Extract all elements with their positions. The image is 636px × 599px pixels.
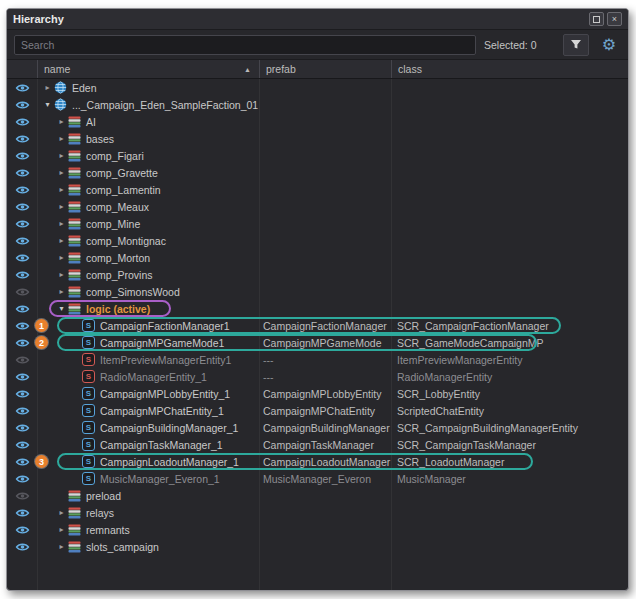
- tree-row[interactable]: ▸ relays: [7, 504, 628, 521]
- tree-row[interactable]: ▸ comp_Lamentin: [7, 181, 628, 198]
- collapse-arrow-icon[interactable]: ▾: [41, 100, 54, 109]
- tree-row[interactable]: SMusicManager_Everon_1MusicManager_Evero…: [7, 470, 628, 487]
- tree-row[interactable]: ▸ comp_Meaux: [7, 198, 628, 215]
- visibility-toggle[interactable]: [7, 168, 37, 178]
- expand-arrow-icon[interactable]: ▸: [55, 134, 68, 143]
- tree-row[interactable]: SCampaignFactionManager1CampaignFactionM…: [7, 317, 628, 334]
- entity-name-label: MusicManager_Everon_1: [98, 473, 220, 485]
- entity-name-label: Eden: [70, 82, 97, 94]
- tree-row[interactable]: SCampaignLoadoutManager_1CampaignLoadout…: [7, 453, 628, 470]
- entity-icon-wrap: S: [82, 353, 98, 366]
- expand-arrow-icon[interactable]: ▸: [55, 117, 68, 126]
- column-header-prefab[interactable]: prefab: [260, 60, 392, 78]
- visibility-toggle[interactable]: [7, 321, 37, 331]
- eye-open-icon: [15, 185, 30, 195]
- tree-row[interactable]: SCampaignBuildingManager_1CampaignBuildi…: [7, 419, 628, 436]
- tree-row[interactable]: SCampaignMPGameMode1CampaignMPGameModeSC…: [7, 334, 628, 351]
- visibility-toggle[interactable]: [7, 440, 37, 450]
- visibility-toggle[interactable]: [7, 474, 37, 484]
- eye-open-icon: [15, 372, 30, 382]
- name-cell: ▸ comp_Lamentin: [37, 184, 259, 196]
- visibility-toggle[interactable]: [7, 542, 37, 552]
- visibility-toggle[interactable]: [7, 372, 37, 382]
- visibility-toggle[interactable]: [7, 219, 37, 229]
- tree-row[interactable]: ▸ AI: [7, 113, 628, 130]
- visibility-toggle[interactable]: [7, 236, 37, 246]
- visibility-toggle[interactable]: [7, 83, 37, 93]
- expand-arrow-icon[interactable]: ▸: [55, 219, 68, 228]
- tree-row[interactable]: ▸ comp_Gravette: [7, 164, 628, 181]
- visibility-toggle[interactable]: [7, 338, 37, 348]
- expand-arrow-icon[interactable]: ▸: [55, 270, 68, 279]
- settings-button[interactable]: ⚙: [597, 35, 621, 55]
- tree-row[interactable]: ▾ logic (active): [7, 300, 628, 317]
- column-header-name[interactable]: name ▲: [38, 60, 260, 78]
- tree-row[interactable]: SCampaignTaskManager_1CampaignTaskManage…: [7, 436, 628, 453]
- visibility-toggle[interactable]: [7, 270, 37, 280]
- entity-icon-wrap: [68, 218, 84, 230]
- collapse-arrow-icon[interactable]: ▾: [55, 304, 68, 313]
- tree-row[interactable]: preload: [7, 487, 628, 504]
- expand-arrow-icon[interactable]: ▸: [41, 83, 54, 92]
- expand-arrow-icon[interactable]: ▸: [55, 236, 68, 245]
- tree-row[interactable]: ▸ comp_Mine: [7, 215, 628, 232]
- expand-arrow-icon[interactable]: ▸: [55, 185, 68, 194]
- visibility-toggle[interactable]: [7, 304, 37, 314]
- tree-row[interactable]: ▸ bases: [7, 130, 628, 147]
- column-header-class[interactable]: class: [392, 60, 628, 78]
- visibility-toggle[interactable]: [7, 457, 37, 467]
- visibility-toggle[interactable]: [7, 100, 37, 110]
- entity-icon-wrap: [68, 133, 84, 145]
- layer-icon: [68, 167, 81, 179]
- name-cell: ▸ AI: [37, 116, 259, 128]
- visibility-toggle[interactable]: [7, 185, 37, 195]
- tree-row[interactable]: SRadioManagerEntity_1---RadioManagerEnti…: [7, 368, 628, 385]
- visibility-toggle[interactable]: [7, 253, 37, 263]
- tree-row[interactable]: ▸ comp_Montignac: [7, 232, 628, 249]
- tree-row[interactable]: ▸ comp_Provins: [7, 266, 628, 283]
- visibility-toggle[interactable]: [7, 117, 37, 127]
- tree-row[interactable]: ▾ ..._Campaign_Eden_SampleFaction_01: [7, 96, 628, 113]
- tree-row[interactable]: ▸ Eden: [7, 79, 628, 96]
- float-button[interactable]: [589, 12, 604, 26]
- tree-row[interactable]: SItemPreviewManagerEntity1---ItemPreview…: [7, 351, 628, 368]
- search-input[interactable]: [14, 35, 476, 55]
- tree-row[interactable]: SCampaignMPLobbyEntity_1CampaignMPLobbyE…: [7, 385, 628, 402]
- visibility-toggle[interactable]: [7, 287, 37, 297]
- entity-name-label: comp_Gravette: [84, 167, 158, 179]
- tree-row[interactable]: ▸ comp_SimonsWood: [7, 283, 628, 300]
- close-icon: ×: [612, 15, 617, 24]
- tree-row[interactable]: ▸ comp_Figari: [7, 147, 628, 164]
- expand-arrow-icon[interactable]: ▸: [55, 525, 68, 534]
- visibility-toggle[interactable]: [7, 525, 37, 535]
- script-entity-icon: S: [82, 438, 95, 451]
- visibility-toggle[interactable]: [7, 389, 37, 399]
- class-cell: SCR_LoadoutManager: [391, 456, 628, 468]
- visibility-toggle[interactable]: [7, 355, 37, 365]
- tree-row[interactable]: SCampaignMPChatEntity_1CampaignMPChatEnt…: [7, 402, 628, 419]
- visibility-toggle[interactable]: [7, 202, 37, 212]
- name-cell: ▸ comp_Meaux: [37, 201, 259, 213]
- expand-arrow-icon[interactable]: ▸: [55, 202, 68, 211]
- visibility-toggle[interactable]: [7, 406, 37, 416]
- tree-row[interactable]: ▸ slots_campaign: [7, 538, 628, 555]
- class-cell: MusicManager: [391, 473, 628, 485]
- tree-row[interactable]: ▸ comp_Morton: [7, 249, 628, 266]
- expand-arrow-icon[interactable]: ▸: [55, 542, 68, 551]
- name-cell: SItemPreviewManagerEntity1: [37, 353, 259, 366]
- visibility-toggle[interactable]: [7, 508, 37, 518]
- close-button[interactable]: ×: [607, 12, 622, 26]
- visibility-toggle[interactable]: [7, 134, 37, 144]
- filter-button[interactable]: [563, 34, 589, 56]
- visibility-toggle[interactable]: [7, 151, 37, 161]
- visibility-toggle[interactable]: [7, 491, 37, 501]
- column-label-class: class: [398, 63, 422, 75]
- expand-arrow-icon[interactable]: ▸: [55, 151, 68, 160]
- entity-name-label: CampaignFactionManager1: [98, 320, 230, 332]
- expand-arrow-icon[interactable]: ▸: [55, 253, 68, 262]
- visibility-toggle[interactable]: [7, 423, 37, 433]
- expand-arrow-icon[interactable]: ▸: [55, 287, 68, 296]
- expand-arrow-icon[interactable]: ▸: [55, 508, 68, 517]
- tree-row[interactable]: ▸ remnants: [7, 521, 628, 538]
- expand-arrow-icon[interactable]: ▸: [55, 168, 68, 177]
